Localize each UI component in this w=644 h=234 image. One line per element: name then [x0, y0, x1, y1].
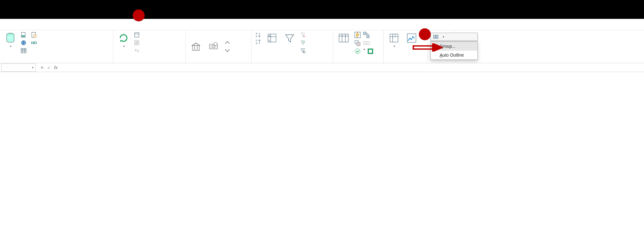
- group-icon: [433, 34, 438, 39]
- refresh-icon: [118, 33, 129, 43]
- ribbon-group-label: [116, 62, 182, 63]
- svg-text:Z: Z: [269, 39, 270, 42]
- red-arrow-icon: [413, 43, 443, 52]
- filter-button[interactable]: [282, 31, 297, 45]
- ribbon-group-label: [336, 62, 380, 63]
- svg-rect-23: [339, 34, 348, 42]
- svg-rect-34: [390, 34, 398, 42]
- from-text-csv-button[interactable]: [21, 31, 28, 38]
- file-csv-icon: [21, 32, 26, 38]
- sort-icon: AZ: [267, 33, 277, 43]
- svg-rect-37: [434, 35, 436, 38]
- svg-rect-9: [34, 42, 36, 44]
- svg-rect-10: [135, 33, 139, 37]
- reapply-icon: [300, 40, 306, 46]
- recent-icon: [31, 32, 37, 38]
- ribbon-group-label: [431, 62, 452, 63]
- svg-text:Z: Z: [256, 39, 257, 42]
- currencies-button[interactable]: [206, 40, 221, 53]
- consolidate-icon[interactable]: [363, 31, 370, 38]
- auto-outline-menu-item[interactable]: Auto Outline: [431, 51, 477, 59]
- svg-rect-29: [364, 42, 366, 45]
- recent-sources-button[interactable]: [31, 31, 38, 38]
- remove-duplicates-icon[interactable]: [354, 40, 361, 47]
- advanced-filter-button[interactable]: [300, 47, 307, 54]
- globe-icon: [21, 40, 26, 46]
- properties-icon: [134, 40, 140, 46]
- svg-rect-0: [413, 46, 433, 49]
- chevron-down-icon[interactable]: [224, 47, 231, 54]
- enter-icon[interactable]: ✓: [47, 65, 51, 70]
- existing-connections-button[interactable]: [31, 39, 38, 46]
- ribbon-group-label: [387, 62, 424, 63]
- connections-icon: [31, 40, 37, 46]
- group-button[interactable]: ▾: [430, 33, 478, 41]
- svg-point-14: [214, 42, 217, 46]
- data-validation-icon[interactable]: [354, 48, 361, 55]
- svg-text:Z: Z: [256, 35, 257, 38]
- forecast-icon: [406, 33, 417, 43]
- ribbon-group-label: [3, 62, 110, 63]
- currency-icon: [208, 41, 219, 52]
- clear-filter-button[interactable]: [300, 31, 307, 38]
- svg-rect-8: [31, 42, 34, 44]
- bank-icon: [191, 41, 201, 52]
- sort-az-icon[interactable]: AZ: [255, 31, 262, 38]
- whatif-analysis-button[interactable]: ? ▾: [387, 31, 401, 49]
- get-data-button[interactable]: ▾: [3, 31, 18, 49]
- svg-text:A: A: [269, 34, 270, 37]
- ribbon-tabs: [0, 19, 644, 30]
- from-web-button[interactable]: [21, 39, 28, 46]
- properties-button[interactable]: [134, 39, 141, 46]
- columns-icon: [338, 33, 349, 43]
- queries-connections-button[interactable]: [134, 31, 141, 38]
- table-icon: [21, 48, 26, 53]
- svg-text:A: A: [256, 32, 258, 35]
- ribbon: ▾ ▾: [0, 30, 644, 63]
- sort-za-icon[interactable]: ZA: [255, 38, 262, 45]
- whatif-icon: ?: [389, 33, 399, 43]
- svg-point-22: [303, 51, 305, 53]
- svg-rect-3: [22, 35, 25, 37]
- from-table-range-button[interactable]: [21, 47, 28, 54]
- svg-rect-5: [21, 48, 26, 53]
- name-box[interactable]: ▾: [1, 64, 36, 72]
- svg-rect-38: [436, 35, 438, 38]
- ribbon-group-label: [255, 62, 330, 63]
- formula-bar: ▾ ✕ ✓ fx: [0, 63, 644, 72]
- fx-icon[interactable]: fx: [54, 65, 58, 70]
- svg-rect-25: [364, 32, 366, 35]
- link-icon: [134, 48, 140, 53]
- queries-icon: [134, 32, 140, 38]
- database-icon: [5, 33, 16, 43]
- edit-links-button[interactable]: [134, 47, 141, 54]
- svg-text:A: A: [256, 42, 258, 45]
- reapply-button[interactable]: [300, 39, 307, 46]
- ribbon-group-label: [189, 62, 248, 63]
- callout-1: [133, 9, 145, 21]
- svg-rect-26: [367, 35, 369, 38]
- text-to-columns-button[interactable]: [336, 31, 351, 45]
- svg-text:?: ?: [394, 34, 396, 37]
- callout-2: [419, 28, 431, 40]
- clear-icon: [300, 32, 306, 38]
- stocks-button[interactable]: [189, 40, 203, 53]
- svg-rect-30: [367, 42, 369, 45]
- sort-button[interactable]: AZ: [265, 31, 279, 45]
- refresh-all-button[interactable]: ▾: [116, 31, 131, 49]
- data-model-icon[interactable]: [367, 48, 374, 55]
- relationships-icon[interactable]: [363, 40, 370, 47]
- svg-point-31: [355, 49, 360, 54]
- flash-fill-icon[interactable]: [354, 31, 361, 38]
- advanced-icon: [300, 48, 306, 53]
- svg-rect-33: [369, 50, 372, 53]
- cancel-icon[interactable]: ✕: [40, 65, 44, 70]
- funnel-icon: [284, 33, 295, 43]
- chevron-up-icon[interactable]: [224, 39, 231, 46]
